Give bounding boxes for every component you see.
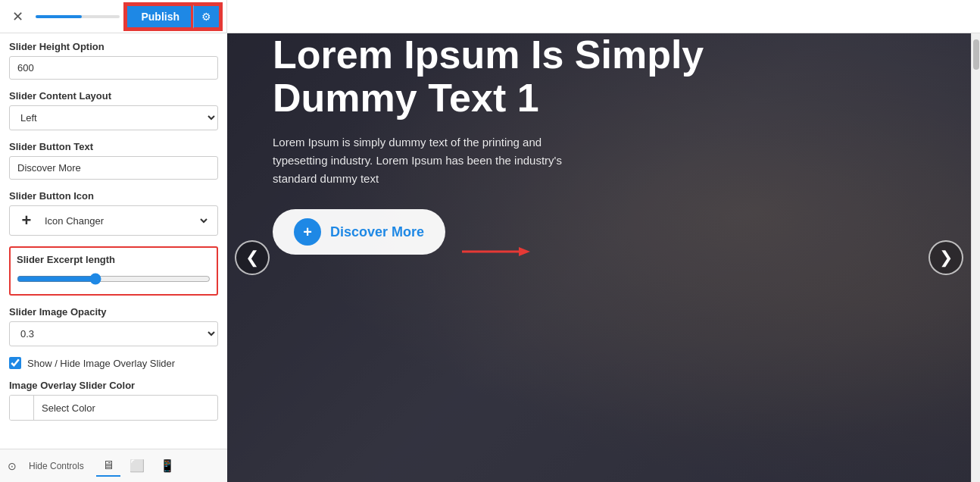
hide-controls-label: Hide Controls <box>29 461 84 471</box>
scrollbar-thumb <box>973 39 979 70</box>
slider-image-opacity-select[interactable]: 0.1 0.2 0.3 0.4 0.5 <box>9 321 218 346</box>
sidebar-wrapper: Slider Height Option Slider Content Layo… <box>0 33 227 482</box>
slider-prev-button[interactable]: ❮ <box>235 240 270 275</box>
icon-changer-select[interactable]: Icon Changer <box>42 214 210 227</box>
slider-height-input[interactable] <box>9 56 218 80</box>
slider-button-icon: + <box>294 218 321 246</box>
slider-content-layout-select[interactable]: Left Center Right <box>9 105 218 130</box>
slider-button-text-group: Slider Button Text <box>9 141 218 180</box>
close-button[interactable]: ✕ <box>6 5 30 28</box>
tablet-view-button[interactable]: ⬜ <box>123 455 151 477</box>
slider-content: Lorem Ipsum Is Simply Dummy Text 1 Lorem… <box>227 33 757 255</box>
show-hide-overlay-group: Show / Hide Image Overlay Slider <box>9 357 218 369</box>
slider-button-text-input[interactable] <box>9 156 218 180</box>
excerpt-length-slider[interactable] <box>17 273 211 285</box>
slider-button-icon-group: Slider Button Icon + Icon Changer <box>9 190 218 236</box>
slider-button-label: Discover More <box>330 224 424 240</box>
slider-image-opacity-label: Slider Image Opacity <box>9 306 218 318</box>
top-bar-left: ✕ Publish ⚙ <box>0 0 227 33</box>
publish-button[interactable]: Publish <box>126 5 193 29</box>
content-row: Slider Height Option Slider Content Layo… <box>0 33 980 482</box>
icon-changer-row: + Icon Changer <box>9 205 218 236</box>
top-bar: ✕ Publish ⚙ <box>0 0 980 33</box>
slider-button-text-label: Slider Button Text <box>9 141 218 152</box>
range-container <box>17 270 211 288</box>
slider-height-label: Slider Height Option <box>9 41 218 52</box>
publish-area: Publish ⚙ <box>126 5 220 29</box>
color-row: Select Color <box>9 395 218 421</box>
image-overlay-color-label: Image Overlay Slider Color <box>9 380 218 391</box>
image-overlay-color-group: Image Overlay Slider Color Select Color <box>9 380 218 421</box>
slider-excerpt-length-label: Slider Excerpt length <box>17 254 211 265</box>
slider-discover-button[interactable]: + Discover More <box>273 209 445 255</box>
color-swatch[interactable] <box>10 396 34 420</box>
select-color-label[interactable]: Select Color <box>34 402 103 414</box>
slider-content-layout-label: Slider Content Layout <box>9 90 218 102</box>
publish-settings-button[interactable]: ⚙ <box>193 5 220 29</box>
app-wrapper: ✕ Publish ⚙ Slider Height Option <box>0 0 980 482</box>
sidebar-inner: Slider Height Option Slider Content Layo… <box>0 33 227 449</box>
slider-title: Lorem Ipsum Is Simply Dummy Text 1 <box>273 33 712 120</box>
scrollbar[interactable] <box>971 33 980 482</box>
slider-content-layout-group: Slider Content Layout Left Center Right <box>9 90 218 130</box>
slider-image-opacity-group: Slider Image Opacity 0.1 0.2 0.3 0.4 0.5 <box>9 306 218 346</box>
preview-area: ❮ Lorem Ipsum Is Simply Dummy Text 1 Lor… <box>227 33 971 482</box>
slider-height-group: Slider Height Option <box>9 41 218 80</box>
slider-excerpt-length-group: Slider Excerpt length <box>9 246 218 296</box>
desktop-view-button[interactable]: 🖥 <box>96 455 120 477</box>
slider-button-icon-label: Slider Button Icon <box>9 190 218 202</box>
plus-icon: + <box>17 211 36 230</box>
show-hide-overlay-label: Show / Hide Image Overlay Slider <box>27 358 175 369</box>
bottom-controls: ⊙ Hide Controls 🖥 ⬜ 📱 <box>0 449 227 482</box>
circle-icon: ⊙ <box>8 460 17 472</box>
hide-controls-button[interactable]: Hide Controls <box>29 461 84 471</box>
mobile-view-button[interactable]: 📱 <box>154 455 181 477</box>
slider-next-button[interactable]: ❯ <box>929 240 963 275</box>
device-icons: 🖥 ⬜ 📱 <box>96 455 181 477</box>
show-hide-overlay-checkbox[interactable] <box>9 357 21 369</box>
slider-description: Lorem Ipsum is simply dummy text of the … <box>273 133 591 188</box>
